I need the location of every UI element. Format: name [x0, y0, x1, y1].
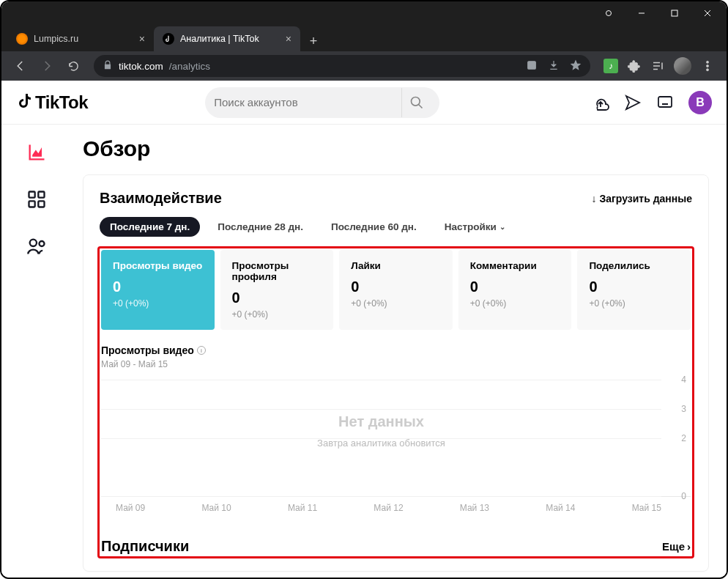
favicon-lumpics-icon [16, 33, 28, 45]
sidebar-item-followers[interactable] [26, 236, 47, 257]
subscribers-title: Подписчики [101, 538, 189, 555]
reading-list-icon[interactable] [650, 59, 665, 73]
extension-music-icon[interactable]: ♪ [603, 59, 618, 73]
range-7d[interactable]: Последние 7 дн. [100, 217, 200, 237]
metric-label: Просмотры профиля [232, 260, 322, 282]
range-28d[interactable]: Последние 28 дн. [207, 217, 313, 237]
browser-tab-tiktok[interactable]: Аналитика | TikTok × [154, 26, 300, 51]
upload-icon[interactable] [592, 94, 609, 111]
profile-avatar-icon[interactable] [674, 57, 691, 75]
browser-tab-lumpics[interactable]: Lumpics.ru × [7, 26, 154, 51]
metric-value: 0 [351, 279, 441, 295]
search-input[interactable] [214, 96, 394, 108]
search-button[interactable] [401, 88, 431, 117]
more-button[interactable]: Еще › [662, 540, 691, 553]
chart-area: 4 3 2 0 Нет данных Завтра аналитика обно… [101, 380, 691, 497]
svg-point-16 [29, 240, 36, 246]
browser-menu-icon[interactable] [700, 59, 715, 73]
back-button[interactable] [9, 54, 32, 78]
settings-label: Настройки [445, 221, 497, 232]
svg-rect-2 [672, 10, 677, 16]
x-tick: Май 13 [460, 503, 489, 513]
sidebar-item-content[interactable] [26, 189, 47, 210]
minimize-button[interactable] [625, 1, 658, 25]
forward-button[interactable] [35, 54, 59, 78]
page-title: Обзор [83, 136, 709, 161]
x-tick: Май 11 [288, 503, 317, 513]
address-bar[interactable]: tiktok.com/analytics [94, 55, 590, 77]
x-tick: Май 15 [632, 503, 661, 513]
metric-label: Комментарии [470, 260, 560, 271]
metric-comments[interactable]: Комментарии 0 +0 (+0%) [458, 250, 572, 330]
no-data-sub: Завтра аналитика обновится [101, 438, 661, 449]
download-data-button[interactable]: ↓ Загрузить данные [591, 193, 692, 204]
inbox-icon[interactable] [656, 94, 674, 111]
reload-button[interactable] [62, 54, 85, 78]
messages-icon[interactable] [624, 94, 642, 111]
extension-icons: ♪ [599, 57, 719, 75]
user-avatar[interactable]: В [688, 91, 712, 114]
no-data-label: Нет данных [101, 413, 661, 430]
maximize-button[interactable] [658, 1, 691, 25]
metric-delta: +0 (+0%) [232, 309, 322, 320]
browser-toolbar: tiktok.com/analytics ♪ [1, 51, 727, 81]
main-panel: Обзор Взаимодействие ↓ Загрузить данные … [71, 125, 727, 578]
chevron-right-icon: › [687, 540, 691, 553]
close-tab-icon[interactable]: × [139, 33, 145, 45]
subscribers-row: Подписчики Еще › [101, 535, 691, 555]
metric-label: Просмотры видео [113, 260, 203, 271]
metric-shares[interactable]: Поделились 0 +0 (+0%) [577, 250, 691, 330]
search-box[interactable] [205, 87, 439, 118]
y-tick: 4 [681, 375, 686, 385]
metric-label: Лайки [351, 260, 441, 271]
download-label: Загрузить данные [599, 193, 692, 204]
tiktok-logo[interactable]: TikTok [16, 92, 88, 114]
window-titlebar [1, 1, 727, 25]
page-content: TikTok В Обзор Взаимодействие ↓ [1, 81, 727, 578]
svg-rect-12 [29, 192, 34, 198]
lock-icon [103, 60, 113, 73]
metric-delta: +0 (+0%) [351, 298, 441, 309]
metric-likes[interactable]: Лайки 0 +0 (+0%) [339, 250, 453, 330]
sidebar-item-overview[interactable] [26, 142, 47, 163]
metric-value: 0 [470, 279, 560, 295]
range-60d[interactable]: Последние 60 дн. [321, 217, 427, 237]
tiktok-note-icon [16, 92, 34, 114]
tab-title: Аналитика | TikTok [180, 34, 259, 44]
svg-point-0 [606, 11, 611, 16]
favicon-tiktok-icon [163, 33, 174, 45]
url-domain: tiktok.com [119, 61, 163, 72]
chevron-down-icon: ⌄ [499, 223, 505, 231]
download-status-icon[interactable] [548, 59, 560, 73]
svg-line-10 [418, 104, 422, 108]
logo-text: TikTok [35, 92, 88, 113]
bookmark-star-icon[interactable] [570, 59, 582, 73]
x-tick: Май 14 [546, 503, 575, 513]
close-window-button[interactable] [691, 1, 724, 25]
range-settings[interactable]: Настройки⌄ [434, 217, 516, 237]
chrome-indicator-icon [592, 1, 625, 25]
tab-title: Lumpics.ru [34, 34, 78, 44]
metric-value: 0 [589, 279, 679, 295]
y-tick: 3 [681, 404, 686, 414]
svg-rect-15 [38, 201, 44, 207]
metric-delta: +0 (+0%) [113, 298, 203, 309]
metric-profile-views[interactable]: Просмотры профиля 0 +0 (+0%) [220, 250, 334, 330]
chart-y-axis: 4 3 2 0 [669, 380, 691, 496]
svg-point-7 [707, 65, 709, 67]
site-header: TikTok В [1, 81, 727, 125]
extensions-puzzle-icon[interactable] [627, 59, 642, 73]
close-tab-icon[interactable]: × [286, 33, 291, 45]
metric-delta: +0 (+0%) [589, 298, 679, 309]
svg-point-17 [39, 241, 44, 246]
chart-empty-state: Нет данных Завтра аналитика обновится [101, 413, 661, 449]
y-tick: 2 [681, 433, 686, 443]
info-icon[interactable]: i [197, 346, 206, 355]
install-app-icon[interactable] [526, 59, 538, 73]
new-tab-button[interactable]: + [303, 31, 324, 51]
metrics-row: Просмотры видео 0 +0 (+0%) Просмотры про… [101, 250, 691, 330]
url-path: /analytics [169, 61, 210, 72]
metric-video-views[interactable]: Просмотры видео 0 +0 (+0%) [101, 250, 215, 330]
sidebar-nav [1, 125, 71, 578]
svg-point-9 [411, 97, 420, 106]
